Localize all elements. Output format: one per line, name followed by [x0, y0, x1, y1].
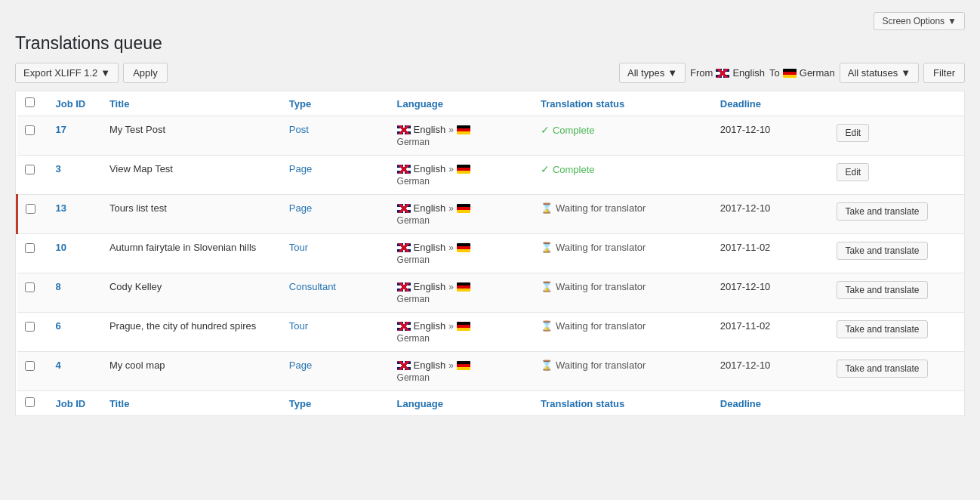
lang-arrow-icon: » — [448, 282, 454, 292]
header-action — [829, 91, 964, 116]
row-title: My cool map — [102, 352, 282, 391]
type-link[interactable]: Tour — [289, 242, 308, 253]
row-status: ✓Complete — [533, 116, 713, 156]
header-deadline[interactable]: Deadline — [713, 91, 830, 116]
job-id-link[interactable]: 8 — [56, 281, 61, 292]
row-checkbox[interactable] — [25, 243, 35, 253]
row-checkbox[interactable] — [26, 204, 35, 214]
row-job-id: 13 — [48, 195, 102, 234]
footer-select-all-checkbox[interactable] — [25, 397, 35, 407]
job-id-link[interactable]: 17 — [56, 124, 66, 135]
edit-button[interactable]: Edit — [837, 163, 869, 181]
lang-arrow-icon: » — [448, 242, 454, 253]
toolbar: Export XLIFF 1.2 ▼ Apply All types ▼ Fro… — [15, 63, 965, 83]
apply-button[interactable]: Apply — [123, 63, 168, 83]
row-status: ✓Complete — [533, 156, 713, 195]
from-lang-text: English — [414, 360, 446, 371]
from-flag-icon — [397, 322, 411, 331]
row-type: Page — [282, 156, 390, 195]
status-text: Complete — [553, 164, 595, 175]
row-checkbox[interactable] — [25, 125, 35, 135]
hourglass-icon: ⌛ — [541, 360, 553, 371]
row-checkbox[interactable] — [25, 322, 35, 332]
status-text: Waiting for translator — [556, 242, 646, 253]
row-job-id: 10 — [48, 234, 102, 273]
job-id-link[interactable]: 6 — [56, 320, 61, 332]
type-link[interactable]: Tour — [289, 320, 308, 332]
header-job-id[interactable]: Job ID — [48, 91, 102, 116]
take-and-translate-button[interactable]: Take and translate — [837, 281, 927, 299]
row-status: ⌛Waiting for translator — [533, 195, 713, 234]
footer-job-id[interactable]: Job ID — [48, 391, 102, 416]
to-flag-icon — [457, 243, 470, 252]
take-and-translate-button[interactable]: Take and translate — [837, 242, 927, 260]
row-language: English»German — [390, 234, 533, 273]
from-lang-text: English — [414, 281, 446, 292]
take-and-translate-button[interactable]: Take and translate — [837, 202, 927, 221]
footer-deadline[interactable]: Deadline — [713, 391, 830, 416]
footer-translation-status[interactable]: Translation status — [533, 391, 713, 416]
filter-button[interactable]: Filter — [923, 63, 965, 83]
row-status: ⌛Waiting for translator — [533, 234, 713, 273]
from-flag-icon — [397, 125, 411, 134]
status-text: Waiting for translator — [556, 202, 646, 214]
to-lang-text: German — [397, 372, 525, 383]
export-xliff-dropdown[interactable]: Export XLIFF 1.2 ▼ — [15, 63, 119, 83]
row-job-id: 17 — [48, 116, 102, 156]
to-flag-icon — [457, 165, 470, 174]
screen-options-button[interactable]: Screen Options ▼ — [874, 12, 965, 30]
row-checkbox-cell — [17, 352, 48, 391]
row-status: ⌛Waiting for translator — [533, 352, 713, 391]
header-translation-status[interactable]: Translation status — [533, 91, 713, 116]
type-link[interactable]: Page — [289, 163, 312, 174]
row-deadline — [713, 156, 830, 195]
all-statuses-chevron-icon: ▼ — [901, 67, 911, 79]
row-checkbox[interactable] — [25, 165, 35, 174]
from-flag-icon — [397, 165, 411, 174]
from-flag-icon — [397, 243, 411, 252]
type-link[interactable]: Post — [289, 124, 309, 135]
to-label: To German — [769, 67, 835, 79]
row-checkbox-cell — [17, 156, 48, 195]
to-lang-text: German — [397, 333, 525, 344]
lang-arrow-icon: » — [448, 321, 454, 332]
job-id-link[interactable]: 4 — [56, 360, 61, 371]
from-flag-icon — [397, 282, 411, 292]
lang-arrow-icon: » — [448, 164, 454, 174]
status-complete: ✓Complete — [541, 163, 705, 175]
to-lang-text: German — [397, 137, 525, 147]
header-checkbox-cell — [17, 91, 48, 116]
checkmark-icon: ✓ — [541, 124, 550, 136]
footer-checkbox-cell — [17, 391, 48, 416]
all-types-chevron-icon: ▼ — [667, 67, 677, 79]
edit-button[interactable]: Edit — [837, 124, 869, 142]
row-job-id: 3 — [48, 156, 102, 195]
to-lang-text: German — [397, 215, 525, 226]
status-text: Complete — [553, 125, 595, 136]
row-deadline: 2017-12-10 — [713, 273, 830, 313]
job-id-link[interactable]: 3 — [56, 163, 61, 174]
lang-arrow-icon: » — [448, 125, 454, 135]
take-and-translate-button[interactable]: Take and translate — [837, 320, 927, 338]
type-link[interactable]: Page — [289, 360, 312, 371]
row-job-id: 8 — [48, 273, 102, 313]
hourglass-icon: ⌛ — [541, 242, 553, 253]
row-title: Autumn fairytale in Slovenian hills — [102, 234, 282, 273]
table-row: 17My Test PostPostEnglish»German✓Complet… — [17, 116, 965, 156]
to-flag-icon — [457, 125, 470, 134]
type-link[interactable]: Page — [289, 202, 312, 214]
take-and-translate-button[interactable]: Take and translate — [837, 360, 927, 378]
row-checkbox[interactable] — [25, 282, 35, 292]
hourglass-icon: ⌛ — [541, 320, 553, 332]
row-checkbox[interactable] — [25, 361, 35, 371]
select-all-checkbox[interactable] — [25, 97, 35, 107]
from-label: From English — [690, 67, 765, 79]
job-id-link[interactable]: 13 — [56, 202, 66, 214]
translations-table-wrap: Job ID Title Type Language Translation s… — [15, 91, 965, 416]
type-link[interactable]: Consultant — [289, 281, 336, 292]
row-checkbox-cell — [17, 116, 48, 156]
all-statuses-dropdown[interactable]: All statuses ▼ — [840, 63, 919, 83]
job-id-link[interactable]: 10 — [56, 242, 66, 253]
all-types-dropdown[interactable]: All types ▼ — [619, 63, 686, 83]
row-deadline: 2017-11-02 — [713, 234, 830, 273]
